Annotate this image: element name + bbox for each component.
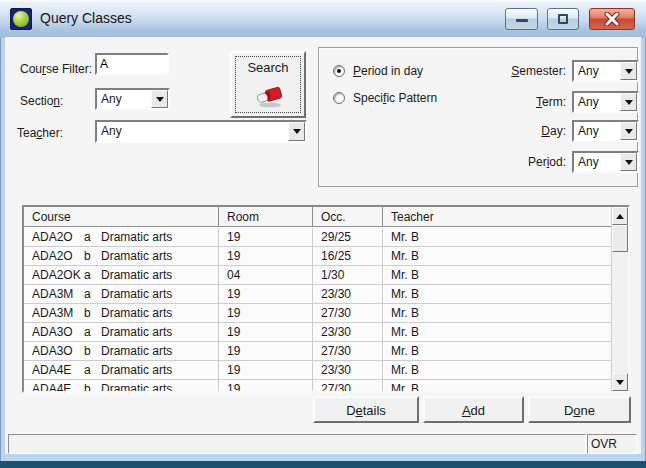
room-cell: 04 <box>219 266 313 284</box>
section-label: Section: <box>20 94 63 108</box>
room-cell: 19 <box>219 323 313 341</box>
app-icon <box>10 8 32 30</box>
maximize-button[interactable] <box>547 8 579 30</box>
chevron-down-icon <box>625 69 633 78</box>
day-dropdown[interactable]: Any <box>572 120 639 142</box>
period-dropdown[interactable]: Any <box>572 151 639 173</box>
period-value: Any <box>578 155 599 169</box>
table-row[interactable]: ADA2OKaDramatic arts 04 1/30 Mr. B <box>24 266 611 285</box>
teacher-cell: Mr. B <box>383 323 611 341</box>
semester-dropdown-button[interactable] <box>620 62 637 80</box>
course-cell: ADA2OaDramatic arts <box>24 228 219 246</box>
occ-cell: 23/30 <box>313 285 383 303</box>
teacher-dropdown[interactable]: Any <box>95 120 307 143</box>
status-message-panel <box>8 434 586 454</box>
dialog-client-area: Course Filter: Section: Any Teacher: Any… <box>5 37 641 454</box>
specific-pattern-option[interactable]: Specific Pattern <box>333 91 437 105</box>
course-cell: ADA3MaDramatic arts <box>24 285 219 303</box>
chevron-down-icon <box>625 129 633 138</box>
vertical-scrollbar[interactable] <box>611 207 628 391</box>
status-mode-panel: OVR <box>587 434 637 454</box>
column-header-room[interactable]: Room <box>219 207 313 226</box>
details-button[interactable]: Details <box>313 396 419 423</box>
titlebar[interactable]: Query Classes <box>0 0 646 38</box>
teacher-cell: Mr. B <box>383 380 611 391</box>
occ-cell: 23/30 <box>313 323 383 341</box>
search-button[interactable]: Search <box>230 51 306 118</box>
table-row[interactable]: ADA2ObDramatic arts 19 16/25 Mr. B <box>24 247 611 266</box>
scroll-down-button[interactable] <box>612 373 628 391</box>
minimize-icon <box>516 19 528 22</box>
period-in-day-option[interactable]: Period in day <box>333 64 423 78</box>
specific-pattern-radio[interactable] <box>333 92 345 104</box>
course-cell: ADA2OKaDramatic arts <box>24 266 219 284</box>
course-filter-input[interactable] <box>95 53 169 75</box>
room-cell: 19 <box>219 361 313 379</box>
term-dropdown-button[interactable] <box>620 93 637 111</box>
day-dropdown-button[interactable] <box>620 122 637 140</box>
course-cell: ADA2ObDramatic arts <box>24 247 219 265</box>
section-dropdown-button[interactable] <box>151 90 168 108</box>
day-value: Any <box>578 124 599 138</box>
occ-cell: 23/30 <box>313 361 383 379</box>
room-cell: 19 <box>219 228 313 246</box>
occ-cell: 27/30 <box>313 380 383 391</box>
course-cell: ADA3OaDramatic arts <box>24 323 219 341</box>
minimize-button[interactable] <box>505 8 538 30</box>
column-header-occ[interactable]: Occ. <box>313 207 383 226</box>
done-button[interactable]: Done <box>528 396 631 423</box>
table-row[interactable]: ADA4EbDramatic arts 19 27/30 Mr. B <box>24 380 611 391</box>
teacher-cell: Mr. B <box>383 228 611 246</box>
term-dropdown[interactable]: Any <box>572 91 639 113</box>
flashlight-icon <box>252 81 286 109</box>
teacher-cell: Mr. B <box>383 266 611 284</box>
specific-pattern-label: Specific Pattern <box>353 91 437 105</box>
window-title: Query Classes <box>40 10 132 26</box>
chevron-down-icon <box>625 160 633 169</box>
chevron-down-icon <box>293 129 301 138</box>
course-filter-label: Course Filter: <box>20 62 92 76</box>
table-row[interactable]: ADA2OaDramatic arts 19 29/25 Mr. B <box>24 228 611 247</box>
scrollbar-thumb[interactable] <box>612 225 628 252</box>
add-button[interactable]: Add <box>423 396 524 423</box>
maximize-icon <box>558 14 568 24</box>
table-row[interactable]: ADA4EaDramatic arts 19 23/30 Mr. B <box>24 361 611 380</box>
teacher-cell: Mr. B <box>383 304 611 322</box>
room-cell: 19 <box>219 380 313 391</box>
teacher-cell: Mr. B <box>383 361 611 379</box>
table-row[interactable]: ADA3OaDramatic arts 19 23/30 Mr. B <box>24 323 611 342</box>
scroll-up-button[interactable] <box>612 207 628 225</box>
room-cell: 19 <box>219 247 313 265</box>
room-cell: 19 <box>219 342 313 360</box>
course-cell: ADA4EbDramatic arts <box>24 380 219 391</box>
teacher-dropdown-button[interactable] <box>288 122 305 141</box>
term-label: Term: <box>436 95 566 109</box>
section-dropdown[interactable]: Any <box>95 88 170 110</box>
triangle-down-icon <box>616 380 624 389</box>
teacher-cell: Mr. B <box>383 342 611 360</box>
semester-dropdown[interactable]: Any <box>572 60 639 82</box>
table-row[interactable]: ADA3MaDramatic arts 19 23/30 Mr. B <box>24 285 611 304</box>
course-cell: ADA4EaDramatic arts <box>24 361 219 379</box>
occ-cell: 27/30 <box>313 304 383 322</box>
course-cell: ADA3MbDramatic arts <box>24 304 219 322</box>
day-label: Day: <box>436 124 566 138</box>
green-apple-icon <box>13 11 29 27</box>
column-header-teacher[interactable]: Teacher <box>383 207 611 226</box>
term-value: Any <box>578 95 599 109</box>
section-value: Any <box>101 92 122 106</box>
triangle-up-icon <box>616 210 624 219</box>
query-classes-window: Query Classes Course Filter: Section: An… <box>0 0 646 468</box>
search-button-label: Search <box>232 60 304 75</box>
chevron-down-icon <box>156 97 164 106</box>
results-table: Course Room Occ. Teacher ADA2OaDramatic … <box>22 205 630 393</box>
period-dropdown-button[interactable] <box>620 153 637 171</box>
close-button[interactable] <box>589 8 635 30</box>
table-row[interactable]: ADA3MbDramatic arts 19 27/30 Mr. B <box>24 304 611 323</box>
period-in-day-radio[interactable] <box>333 65 345 77</box>
semester-value: Any <box>578 64 599 78</box>
column-header-course[interactable]: Course <box>24 207 219 226</box>
table-row[interactable]: ADA3ObDramatic arts 19 27/30 Mr. B <box>24 342 611 361</box>
occ-cell: 16/25 <box>313 247 383 265</box>
semester-label: Semester: <box>436 64 566 78</box>
